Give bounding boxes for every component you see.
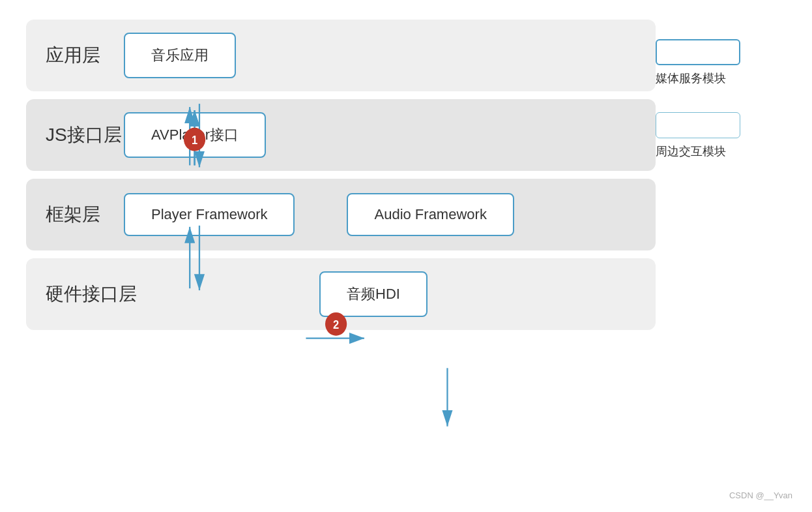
layer-hardware-label: 硬件接口层: [46, 282, 137, 307]
legend-media-service: 媒体服务模块: [656, 39, 740, 86]
layer-app-label: 应用层: [46, 43, 124, 68]
layer-js-content: AVPlayer接口: [124, 112, 636, 158]
player-fw-box: Player Framework: [124, 193, 295, 236]
legend-area: 媒体服务模块 周边交互模块: [656, 20, 786, 492]
music-app-box: 音乐应用: [124, 33, 236, 78]
legend-peripheral-box: [656, 112, 740, 138]
layer-framework: 框架层 Player Framework Audio Framework: [26, 179, 656, 250]
diagram-container: 应用层 音乐应用 JS接口层 AVPlayer接口 框架层 Player Fra…: [0, 0, 812, 512]
layer-app: 应用层 音乐应用: [26, 20, 656, 91]
layer-hardware: 硬件接口层 音频HDI: [26, 258, 656, 330]
layer-framework-label: 框架层: [46, 202, 124, 227]
layer-app-content: 音乐应用: [124, 33, 636, 78]
legend-media-service-label: 媒体服务模块: [656, 70, 740, 86]
layer-js-label: JS接口层: [46, 123, 124, 147]
legend-media-service-box: [656, 39, 740, 65]
audio-hdi-box: 音频HDI: [319, 271, 428, 317]
layer-js: JS接口层 AVPlayer接口: [26, 99, 656, 171]
layer-hardware-content: 音频HDI: [137, 271, 636, 317]
watermark: CSDN @__Yvan: [729, 490, 792, 500]
avplayer-box: AVPlayer接口: [124, 112, 266, 158]
layer-framework-content: Player Framework Audio Framework: [124, 193, 636, 236]
audio-fw-box: Audio Framework: [347, 193, 514, 236]
layers-wrapper: 应用层 音乐应用 JS接口层 AVPlayer接口 框架层 Player Fra…: [26, 20, 656, 492]
legend-peripheral-label: 周边交互模块: [656, 143, 740, 159]
legend-peripheral: 周边交互模块: [656, 112, 740, 159]
